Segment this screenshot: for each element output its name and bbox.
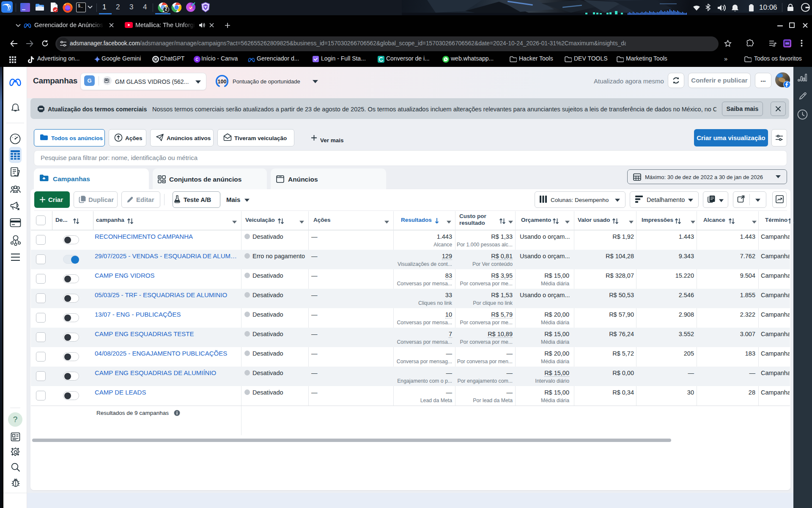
svg-text:100: 100 [218,79,227,85]
